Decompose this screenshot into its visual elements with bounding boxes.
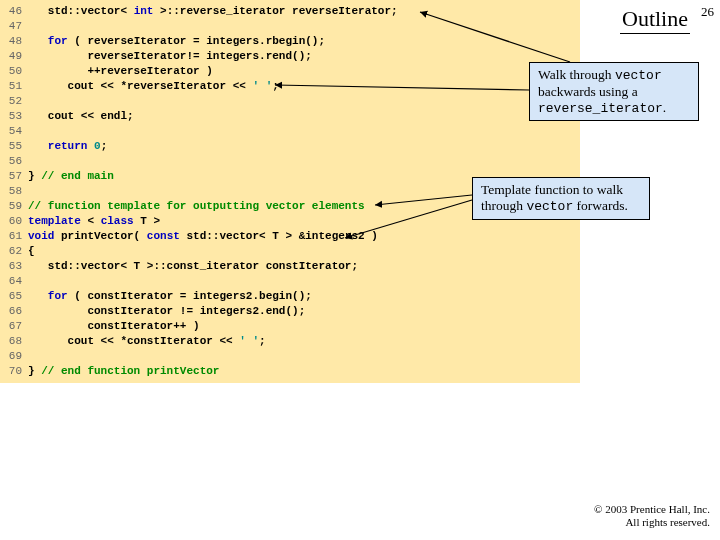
code-line: 52 (0, 94, 580, 109)
code-line: 47 (0, 19, 580, 34)
line-number: 50 (0, 64, 28, 79)
code-line: 62{ (0, 244, 580, 259)
line-number: 52 (0, 94, 28, 109)
line-number: 63 (0, 259, 28, 274)
callout-reverse-iterator: Walk through vector backwards using a re… (529, 62, 699, 121)
code-line: 51 cout << *reverseIterator << ' '; (0, 79, 580, 94)
code-line: 61void printVector( const std::vector< T… (0, 229, 580, 244)
line-number: 47 (0, 19, 28, 34)
line-number: 48 (0, 34, 28, 49)
line-number: 56 (0, 154, 28, 169)
line-number: 54 (0, 124, 28, 139)
code-line: 66 constIterator != integers2.end(); (0, 304, 580, 319)
line-number: 68 (0, 334, 28, 349)
line-number: 57 (0, 169, 28, 184)
line-number: 51 (0, 79, 28, 94)
line-number: 62 (0, 244, 28, 259)
code-line: 53 cout << endl; (0, 109, 580, 124)
code-line: 50 ++reverseIterator ) (0, 64, 580, 79)
line-number: 67 (0, 319, 28, 334)
code-line: 69 (0, 349, 580, 364)
code-line: 56 (0, 154, 580, 169)
code-line: 49 reverseIterator!= integers.rend(); (0, 49, 580, 64)
line-number: 70 (0, 364, 28, 379)
slide-number: 26 (701, 4, 714, 20)
code-line: 46 std::vector< int >::reverse_iterator … (0, 4, 580, 19)
line-number: 65 (0, 289, 28, 304)
line-number: 64 (0, 274, 28, 289)
copyright-line2: All rights reserved. (594, 516, 710, 530)
line-number: 60 (0, 214, 28, 229)
line-number: 59 (0, 199, 28, 214)
line-number: 69 (0, 349, 28, 364)
code-line: 64 (0, 274, 580, 289)
code-line: 67 constIterator++ ) (0, 319, 580, 334)
line-number: 53 (0, 109, 28, 124)
code-line: 65 for ( constIterator = integers2.begin… (0, 289, 580, 304)
code-line: 55 return 0; (0, 139, 580, 154)
copyright-line1: © 2003 Prentice Hall, Inc. (594, 503, 710, 517)
line-number: 55 (0, 139, 28, 154)
code-line: 54 (0, 124, 580, 139)
line-number: 46 (0, 4, 28, 19)
copyright: © 2003 Prentice Hall, Inc. All rights re… (594, 503, 710, 531)
line-number: 58 (0, 184, 28, 199)
code-line: 63 std::vector< T >::const_iterator cons… (0, 259, 580, 274)
line-number: 49 (0, 49, 28, 64)
outline-title: Outline (620, 6, 690, 34)
line-number: 66 (0, 304, 28, 319)
callout-template-forward: Template function to walk through vector… (472, 177, 650, 220)
code-line: 70} // end function printVector (0, 364, 580, 379)
line-number: 61 (0, 229, 28, 244)
code-line: 68 cout << *constIterator << ' '; (0, 334, 580, 349)
code-line: 48 for ( reverseIterator = integers.rbeg… (0, 34, 580, 49)
